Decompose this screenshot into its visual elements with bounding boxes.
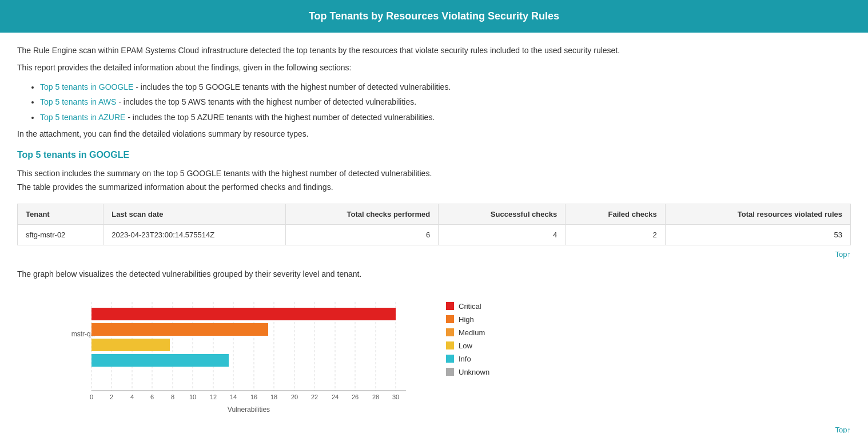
legend-item-medium: Medium xyxy=(446,328,489,337)
link-azure[interactable]: Top 5 tenants in AZURE xyxy=(40,113,128,122)
list-item-aws: Top 5 tenants in AWS - includes the top … xyxy=(40,94,851,110)
section1-desc: This section includes the summary on the… xyxy=(17,167,851,194)
section1-desc1: This section includes the summary on the… xyxy=(17,167,851,181)
chart-area: mstr-qa xyxy=(51,291,423,416)
svg-text:6: 6 xyxy=(150,394,154,400)
svg-text:24: 24 xyxy=(332,394,339,400)
intro-links-list: Top 5 tenants in GOOGLE - includes the t… xyxy=(17,80,851,125)
col-total-resources: Total resources violated rules xyxy=(665,204,850,224)
legend-label-unknown: Unknown xyxy=(459,368,489,376)
top-link-1[interactable]: Top↑ xyxy=(17,250,851,259)
page-title: Top Tenants by Resources Violating Secur… xyxy=(309,10,559,22)
intro-section: The Rule Engine scan within EPAM Systems… xyxy=(17,44,851,75)
bar-low xyxy=(91,339,170,351)
col-total-checks: Total checks performed xyxy=(286,204,439,224)
svg-text:16: 16 xyxy=(250,394,257,400)
bar-critical xyxy=(91,308,396,320)
bar-info xyxy=(91,354,229,367)
cell-successful-checks: 4 xyxy=(439,224,566,245)
legend-label-medium: Medium xyxy=(459,328,485,337)
col-last-scan: Last scan date xyxy=(103,204,286,224)
legend-label-high: High xyxy=(459,315,474,324)
legend-box-unknown xyxy=(446,368,454,376)
cell-last-scan: 2023-04-23T23:00:14.575514Z xyxy=(103,224,286,245)
svg-text:4: 4 xyxy=(130,394,134,400)
attachment-note: In the attachment, you can find the deta… xyxy=(17,129,851,138)
section1-desc2: The table provides the summarized inform… xyxy=(17,181,851,194)
header-banner: Top Tenants by Resources Violating Secur… xyxy=(0,0,868,33)
top-link-2[interactable]: Top↑ xyxy=(17,426,851,433)
svg-text:26: 26 xyxy=(352,394,359,400)
svg-text:8: 8 xyxy=(171,394,174,400)
svg-text:22: 22 xyxy=(311,394,318,400)
legend-box-medium xyxy=(446,328,454,336)
cell-tenant: sftg-mstr-02 xyxy=(18,224,103,245)
section1-title: Top 5 tenants in GOOGLE xyxy=(17,150,851,160)
chart-legend: Critical High Medium Low Info Unknown xyxy=(446,291,489,376)
svg-text:Vulnerabilities: Vulnerabilities xyxy=(228,406,270,414)
svg-text:30: 30 xyxy=(392,394,399,400)
link-google[interactable]: Top 5 tenants in GOOGLE xyxy=(40,82,136,92)
legend-label-low: Low xyxy=(459,341,472,350)
svg-text:28: 28 xyxy=(372,394,379,400)
bar-high xyxy=(91,323,268,336)
cell-total-checks: 6 xyxy=(286,224,439,245)
svg-text:20: 20 xyxy=(291,394,298,400)
data-table: Tenant Last scan date Total checks perfo… xyxy=(17,204,851,245)
chart-svg: mstr-qa xyxy=(51,291,423,416)
col-successful-checks: Successful checks xyxy=(439,204,566,224)
legend-label-info: Info xyxy=(459,355,471,363)
list-item-google: Top 5 tenants in GOOGLE - includes the t… xyxy=(40,80,851,95)
legend-box-high xyxy=(446,315,454,323)
table-header-row: Tenant Last scan date Total checks perfo… xyxy=(18,204,851,224)
cell-failed-checks: 2 xyxy=(566,224,666,245)
legend-item-info: Info xyxy=(446,355,489,363)
intro-line1: The Rule Engine scan within EPAM Systems… xyxy=(17,44,851,58)
svg-text:2: 2 xyxy=(110,394,113,400)
legend-label-critical: Critical xyxy=(459,302,481,311)
list-item-azure: Top 5 tenants in AZURE - includes the to… xyxy=(40,110,851,125)
legend-box-critical xyxy=(446,302,454,310)
main-content: The Rule Engine scan within EPAM Systems… xyxy=(0,44,868,433)
legend-item-low: Low xyxy=(446,341,489,350)
graph-desc: The graph below visualizes the detected … xyxy=(17,268,851,281)
svg-text:18: 18 xyxy=(270,394,277,400)
col-failed-checks: Failed checks xyxy=(566,204,666,224)
legend-item-unknown: Unknown xyxy=(446,368,489,376)
legend-box-info xyxy=(446,355,454,363)
legend-box-low xyxy=(446,341,454,349)
link-aws[interactable]: Top 5 tenants in AWS xyxy=(40,97,118,106)
legend-item-critical: Critical xyxy=(446,302,489,311)
table-row: sftg-mstr-02 2023-04-23T23:00:14.575514Z… xyxy=(18,224,851,245)
intro-line2: This report provides the detailed inform… xyxy=(17,61,851,75)
cell-total-resources: 53 xyxy=(665,224,850,245)
svg-text:10: 10 xyxy=(189,394,196,400)
legend-item-high: High xyxy=(446,315,489,324)
svg-text:14: 14 xyxy=(230,394,237,400)
svg-text:0: 0 xyxy=(90,394,93,400)
svg-text:12: 12 xyxy=(210,394,217,400)
chart-container: mstr-qa xyxy=(51,291,851,416)
col-tenant: Tenant xyxy=(18,204,103,224)
